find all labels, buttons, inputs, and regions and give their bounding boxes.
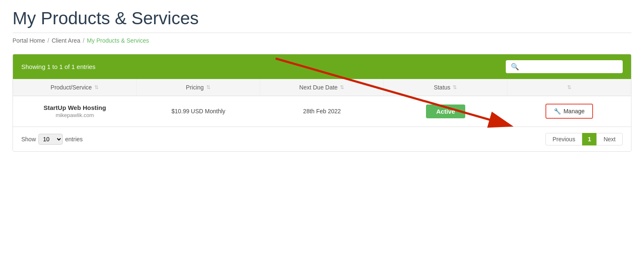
page-title: My Products & Services — [13, 8, 631, 28]
title-divider — [13, 33, 631, 33]
col-header-product[interactable]: Product/Service ⇅ — [13, 79, 137, 96]
col-label-product: Product/Service — [51, 84, 92, 91]
cell-status: Active — [384, 97, 507, 126]
search-box: 🔍 — [506, 60, 623, 73]
sort-icon-action: ⇅ — [567, 84, 571, 90]
pagination: Previous 1 Next — [545, 133, 623, 145]
product-domain: mikepawlik.com — [20, 112, 130, 118]
show-entries: Show 10 25 50 100 entries — [21, 134, 83, 145]
breadcrumb-portal-home[interactable]: Portal Home — [13, 37, 45, 44]
entries-label: entries — [65, 136, 83, 143]
cell-action: 🔧 Manage — [507, 96, 631, 126]
col-header-pricing[interactable]: Pricing ⇅ — [137, 79, 260, 96]
previous-button[interactable]: Previous — [545, 133, 582, 145]
showing-text: Showing 1 to 1 of 1 entries — [21, 63, 96, 70]
sort-icon-due-date: ⇅ — [340, 84, 344, 90]
col-header-status[interactable]: Status ⇅ — [384, 79, 507, 96]
manage-label: Manage — [563, 108, 585, 115]
sort-icon-pricing: ⇅ — [206, 84, 210, 90]
sort-icon-status: ⇅ — [453, 84, 457, 90]
status-badge: Active — [426, 105, 465, 118]
cell-pricing: $10.99 USD Monthly — [137, 100, 260, 122]
manage-button[interactable]: 🔧 Manage — [545, 104, 593, 119]
breadcrumb-sep-2: / — [83, 37, 84, 44]
col-header-due-date[interactable]: Next Due Date ⇅ — [260, 79, 384, 96]
search-icon: 🔍 — [511, 63, 519, 71]
breadcrumb: Portal Home / Client Area / My Products … — [13, 37, 631, 44]
col-label-status: Status — [434, 84, 451, 91]
column-headers: Product/Service ⇅ Pricing ⇅ Next Due Dat… — [13, 79, 631, 96]
pricing-value: $10.99 USD Monthly — [171, 108, 225, 115]
cell-product: StartUp Web Hosting mikepawlik.com — [13, 97, 137, 126]
sort-icon-product: ⇅ — [94, 84, 99, 90]
product-name: StartUp Web Hosting — [20, 104, 130, 111]
breadcrumb-sep-1: / — [48, 37, 49, 44]
table-row: StartUp Web Hosting mikepawlik.com $10.9… — [13, 96, 631, 127]
due-date-value: 28th Feb 2022 — [303, 108, 341, 115]
search-input[interactable] — [522, 64, 618, 70]
col-label-pricing: Pricing — [186, 84, 204, 91]
show-label: Show — [21, 136, 36, 143]
table-footer: Show 10 25 50 100 entries Previous 1 Nex… — [13, 127, 631, 151]
products-table-container: Showing 1 to 1 of 1 entries 🔍 Product/Se… — [13, 54, 631, 152]
table-header-bar: Showing 1 to 1 of 1 entries 🔍 — [13, 54, 631, 79]
next-button[interactable]: Next — [596, 133, 623, 145]
breadcrumb-client-area[interactable]: Client Area — [52, 37, 80, 44]
page-number-1[interactable]: 1 — [582, 133, 596, 145]
breadcrumb-current: My Products & Services — [87, 37, 149, 44]
wrench-icon: 🔧 — [554, 108, 561, 115]
entries-select[interactable]: 10 25 50 100 — [38, 134, 63, 145]
col-label-due-date: Next Due Date — [299, 84, 338, 91]
cell-due-date: 28th Feb 2022 — [260, 100, 384, 122]
col-header-action: ⇅ — [507, 79, 631, 96]
